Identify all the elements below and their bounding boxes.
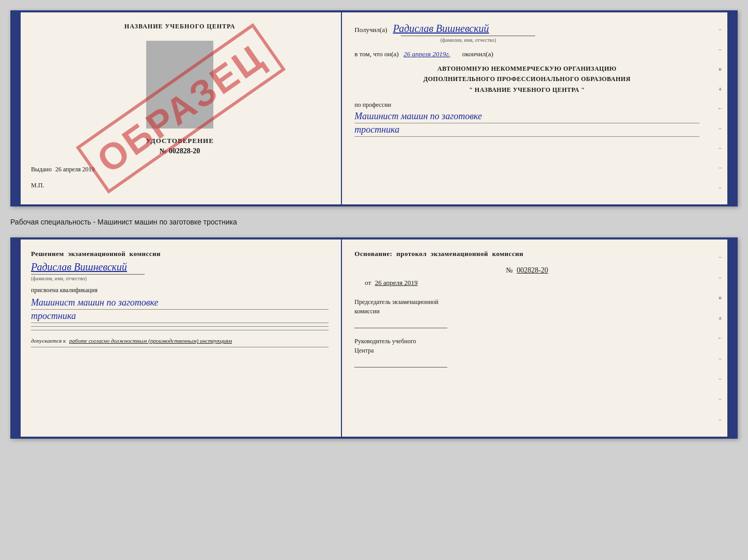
bottom-border-mark-6: – bbox=[716, 356, 724, 361]
book-spine-left bbox=[12, 12, 21, 204]
ot-label: от bbox=[365, 279, 371, 286]
bottom-border-mark-3: и bbox=[716, 295, 724, 300]
border-mark-4: а bbox=[716, 86, 724, 91]
mp-label: М.П. bbox=[31, 182, 329, 189]
bottom-name-subtitle: (фамилия, имя, отчество) bbox=[31, 274, 145, 281]
protocol-num-value: 002828-20 bbox=[517, 266, 548, 274]
chairman-text: Председатель экзаменационной комиссии bbox=[354, 297, 699, 316]
vtom-line: в том, что он(а) 26 апреля 2019г. окончи… bbox=[354, 50, 699, 58]
chairman-line2: комиссии bbox=[354, 307, 699, 316]
protocol-date: от 26 апреля 2019 bbox=[354, 279, 699, 287]
udostoverenie-number: № 002828-20 bbox=[31, 147, 329, 155]
border-mark-2: – bbox=[716, 46, 724, 52]
bottom-border-mark-4: а bbox=[716, 315, 724, 321]
border-mark-7: – bbox=[716, 145, 724, 151]
border-mark-1: – bbox=[716, 26, 724, 32]
dopuskaetsya-value: работе согласно должностным (производств… bbox=[69, 338, 232, 344]
bottom-right-border-marks: – – и а ← – – – – bbox=[716, 239, 724, 437]
org-line1: АВТОНОМНУЮ НЕКОММЕРЧЕСКУЮ ОРГАНИЗАЦИЮ bbox=[354, 63, 699, 74]
bottom-right-page: – – и а ← – – – – Основание: протокол эк… bbox=[342, 239, 727, 437]
received-line: Получил(а) Радислав Вишневский bbox=[354, 23, 699, 35]
photo-placeholder bbox=[146, 41, 213, 129]
name-subtitle: (фамилия, имя, отчество) bbox=[401, 36, 535, 43]
bottom-recipient-name: Радислав Вишневский bbox=[31, 261, 127, 273]
book-spine-right bbox=[727, 12, 736, 204]
prisvoena-text: присвоена квалификация bbox=[31, 286, 329, 294]
number-label: № bbox=[506, 266, 512, 274]
top-certificate: НАЗВАНИЕ УЧЕБНОГО ЦЕНТРА УДОСТОВЕРЕНИЕ №… bbox=[10, 10, 738, 206]
separator-text: Рабочая специальность - Машинист машин п… bbox=[10, 216, 738, 228]
dopuskaetsya-prefix: допускается к bbox=[31, 338, 66, 344]
bottom-profession-line2: тростника bbox=[31, 311, 329, 323]
bottom-border-mark-9: – bbox=[716, 417, 724, 422]
vydano-prefix: Выдано bbox=[31, 166, 52, 173]
border-mark-3: и bbox=[716, 66, 724, 72]
right-border-marks: – – и а ← – – – – bbox=[716, 12, 724, 204]
org-line3: " НАЗВАНИЕ УЧЕБНОГО ЦЕНТРА " bbox=[354, 85, 699, 95]
page-wrapper: НАЗВАНИЕ УЧЕБНОГО ЦЕНТРА УДОСТОВЕРЕНИЕ №… bbox=[10, 10, 738, 439]
bottom-border-mark-2: – bbox=[716, 275, 724, 280]
profession-line2: тростника bbox=[354, 124, 699, 137]
vtom-date: 26 апреля 2019г. bbox=[403, 50, 450, 58]
bottom-certificate: Решением экзаменационной комиссии Радисл… bbox=[10, 237, 738, 439]
bottom-border-mark-5: ← bbox=[716, 335, 724, 341]
rukovoditel-text: Руководитель учебного Центра bbox=[354, 337, 699, 355]
poluchil-prefix: Получил(а) bbox=[354, 26, 387, 34]
dopuskaetsya-text: допускается к работе согласно должностны… bbox=[31, 338, 329, 344]
bottom-spine-right bbox=[727, 239, 736, 437]
protocol-number: № 002828-20 bbox=[354, 266, 699, 275]
left-page: НАЗВАНИЕ УЧЕБНОГО ЦЕНТРА УДОСТОВЕРЕНИЕ №… bbox=[21, 12, 342, 204]
bottom-border-mark-7: – bbox=[716, 376, 724, 381]
vtom-prefix: в том, что он(а) bbox=[354, 50, 399, 58]
border-mark-6: – bbox=[716, 125, 724, 131]
bottom-profession-line1: Машинист машин по заготовке bbox=[31, 297, 329, 310]
okonchil: окончил(а) bbox=[462, 50, 493, 58]
rukovoditel-line2: Центра bbox=[354, 346, 699, 355]
protocol-date-value: 26 апреля 2019 bbox=[375, 279, 418, 286]
left-title: НАЗВАНИЕ УЧЕБНОГО ЦЕНТРА bbox=[31, 23, 329, 30]
recipient-name: Радислав Вишневский bbox=[393, 23, 489, 34]
bottom-spine-left bbox=[12, 239, 21, 437]
bottom-border-mark-1: – bbox=[716, 254, 724, 260]
bottom-border-mark-8: – bbox=[716, 396, 724, 402]
bottom-left-page: Решением экзаменационной комиссии Радисл… bbox=[21, 239, 342, 437]
vydano-date: 26 апреля 2019 bbox=[55, 166, 95, 173]
rukovoditel-signature-line bbox=[354, 358, 447, 367]
osnovaniye-text: Основание: протокол экзаменационной коми… bbox=[354, 250, 699, 258]
right-page: – – и а ← – – – – Получил(а) Радислав Ви… bbox=[342, 12, 727, 204]
chairman-signature-line bbox=[354, 319, 447, 328]
org-line2: ДОПОЛНИТЕЛЬНОГО ПРОФЕССИОНАЛЬНОГО ОБРАЗО… bbox=[354, 74, 699, 84]
bottom-name-container: Радислав Вишневский bbox=[31, 261, 329, 273]
border-mark-9: – bbox=[716, 185, 724, 190]
po-professii: по профессии bbox=[354, 101, 699, 109]
border-mark-5: ← bbox=[716, 105, 724, 111]
profession-line1: Машинист машин по заготовке bbox=[354, 111, 699, 123]
org-info: АВТОНОМНУЮ НЕКОММЕРЧЕСКУЮ ОРГАНИЗАЦИЮ ДО… bbox=[354, 63, 699, 95]
rukovoditel-line1: Руководитель учебного bbox=[354, 337, 699, 346]
resheniem-text: Решением экзаменационной комиссии bbox=[31, 250, 329, 258]
udostoverenie-label: УДОСТОВЕРЕНИЕ bbox=[31, 137, 329, 145]
chairman-line1: Председатель экзаменационной bbox=[354, 297, 699, 307]
border-mark-8: – bbox=[716, 165, 724, 170]
vydano-line: Выдано 26 апреля 2019 bbox=[31, 166, 329, 173]
